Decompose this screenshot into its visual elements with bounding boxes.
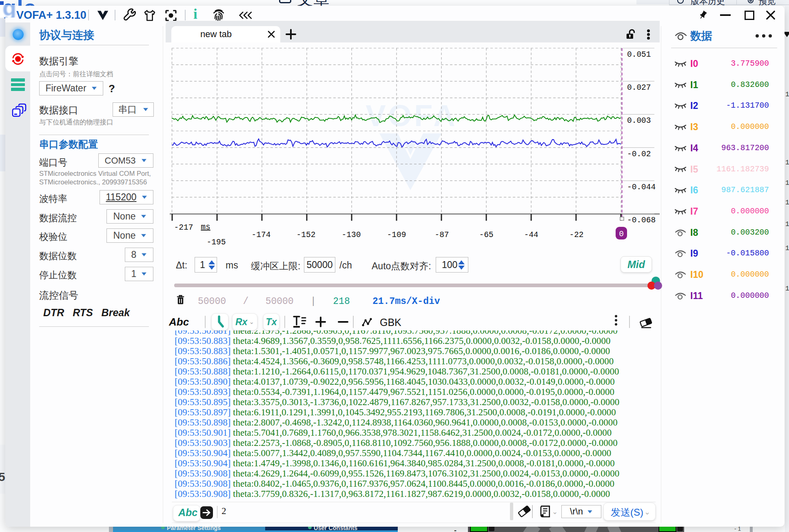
svg-text:-174: -174 [252, 231, 271, 239]
svg-text:-0.02: -0.02 [627, 150, 651, 159]
svg-text:-152: -152 [297, 231, 316, 239]
svg-text:ms: ms [201, 223, 210, 232]
svg-text:-44: -44 [524, 231, 538, 239]
svg-text:-217: -217 [174, 223, 193, 232]
svg-text:0.003: 0.003 [627, 116, 651, 125]
svg-text:-109: -109 [387, 231, 406, 239]
svg-text:VOFA: VOFA [366, 99, 457, 133]
svg-text:-130: -130 [342, 231, 361, 239]
svg-text:0: 0 [619, 230, 624, 239]
svg-text:-0.044: -0.044 [627, 183, 656, 192]
svg-text:0.027: 0.027 [627, 83, 651, 92]
svg-text:-0.068: -0.068 [627, 216, 656, 225]
svg-text:0.051: 0.051 [627, 50, 651, 59]
svg-text:-195: -195 [207, 238, 226, 247]
svg-text:-22: -22 [569, 231, 583, 239]
svg-text:-65: -65 [479, 231, 493, 239]
svg-text:-87: -87 [434, 231, 449, 239]
